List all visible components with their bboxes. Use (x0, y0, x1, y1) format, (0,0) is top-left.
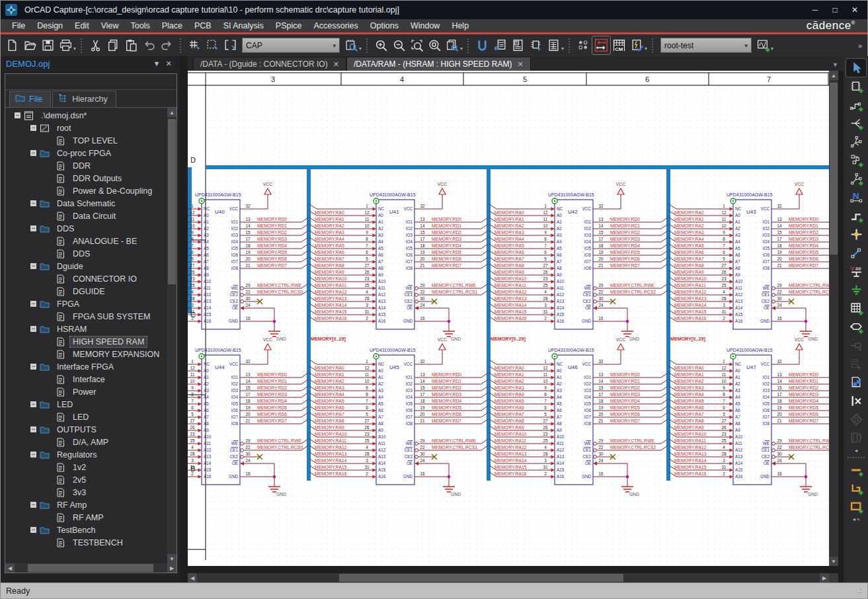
place-net-alias-icon[interactable]: N (846, 188, 866, 206)
collapse-icon[interactable]: − (30, 301, 36, 307)
collapse-icon[interactable]: − (30, 364, 36, 370)
save-document-icon[interactable] (39, 36, 57, 54)
place-part-icon[interactable] (846, 77, 866, 95)
menu-place[interactable]: Place (156, 19, 188, 32)
resize-grip[interactable]: .: (857, 587, 862, 594)
tree-vscroll-thumb[interactable] (168, 119, 176, 284)
collapse-icon[interactable]: − (15, 112, 20, 118)
constraint-manager-icon[interactable]: CM (610, 36, 628, 54)
collapse-icon[interactable]: − (30, 225, 36, 231)
tree-item-dds[interactable]: −DDS (5, 222, 167, 235)
tree-item-dds[interactable]: DDS (5, 247, 167, 260)
maximize-button[interactable]: □ (826, 3, 844, 17)
tree-item-fpga-sub-system[interactable]: FPGA SUB SYSTEM (5, 310, 167, 323)
tree-item-analogue-be[interactable]: ANALOGUE - BE (5, 235, 167, 247)
print-icon[interactable] (57, 36, 75, 54)
fit-view-icon[interactable] (221, 36, 239, 54)
scroll-left-icon[interactable]: ◀ (5, 563, 15, 573)
tree-item-outputs[interactable]: −OUTPUTS (5, 423, 167, 436)
scroll-right-icon[interactable]: ▶ (820, 573, 829, 582)
select-area-icon[interactable] (204, 36, 221, 54)
close-tab-icon[interactable]: ✕ (333, 60, 339, 69)
tree-horizontal-scrollbar[interactable]: ◀ ▶ (5, 563, 177, 573)
minimize-button[interactable]: ─ (807, 3, 824, 17)
design-rules-check-icon[interactable] (574, 36, 592, 54)
tree-item-fpga[interactable]: −FPGA (5, 298, 167, 310)
collapse-icon[interactable]: − (30, 452, 36, 458)
part-combo[interactable]: CAP▾ (242, 38, 340, 53)
canvas-horizontal-scrollbar[interactable]: ◀ ▶ (188, 573, 829, 582)
tree-item-testbench[interactable]: −TestBench (5, 524, 167, 536)
collapse-icon[interactable]: − (30, 502, 36, 508)
tree-item-3v3[interactable]: 3v3 (5, 486, 167, 499)
collapse-icon[interactable]: − (30, 263, 36, 269)
signal-integrity-icon[interactable] (592, 36, 610, 54)
place-power-icon[interactable]: V## (846, 262, 866, 280)
tree-item-hsram[interactable]: −HSRAM (5, 323, 167, 335)
collapse-icon[interactable]: − (30, 326, 36, 332)
toolbar-overflow-button[interactable]: » (855, 42, 865, 50)
tree-item-dguide[interactable]: DGUIDE (5, 285, 167, 298)
collapse-icon[interactable]: − (30, 150, 36, 156)
tree-item-memory-expansion[interactable]: MEMORY EXPANSION (5, 348, 167, 360)
menu-help[interactable]: Help (446, 19, 475, 32)
place-hierarchical-block-icon[interactable] (846, 300, 866, 317)
place-auto-wire-multi-icon[interactable] (846, 170, 866, 188)
panel-close-icon[interactable]: ✕ (163, 60, 175, 68)
scroll-left-icon[interactable]: ◀ (188, 573, 197, 582)
place-bus-group-icon[interactable] (846, 429, 866, 447)
menu-design[interactable]: Design (31, 19, 69, 32)
tab-hierarchy[interactable]: Hierarchy (52, 91, 116, 107)
menu-edit[interactable]: Edit (69, 19, 95, 32)
place-polyline-icon[interactable] (846, 479, 866, 497)
collapse-icon[interactable]: − (30, 527, 36, 533)
canvas-vertical-scrollbar[interactable]: ▲ ▼ (829, 71, 838, 566)
tree-item-interface[interactable]: Interface (5, 373, 167, 385)
cut-icon[interactable] (87, 36, 104, 54)
scroll-more-mini-icon[interactable]: ◂ » (853, 516, 860, 523)
design-sync-icon[interactable] (628, 36, 646, 54)
undo-icon[interactable] (140, 36, 158, 54)
schematic-canvas[interactable]: 34567DCBMEMORY[0..29]MEMORY[0..29]MEMORY… (188, 71, 829, 566)
ascend-hierarchy-icon[interactable] (473, 36, 491, 54)
collapse-icon[interactable]: − (30, 401, 36, 407)
panel-menu-icon[interactable]: ▼ (151, 60, 163, 67)
zoom-area-icon[interactable] (408, 36, 426, 54)
place-pin-array-icon[interactable] (846, 355, 866, 373)
place-line-icon[interactable] (846, 461, 866, 479)
tree-item-regulators[interactable]: −Regulators (5, 448, 167, 461)
tree-item-testbench[interactable]: TESTBENCH (5, 536, 167, 549)
zoom-out-icon[interactable] (390, 36, 408, 54)
tab-list-icon[interactable]: ▼ (832, 61, 844, 71)
scroll-up-icon[interactable]: ▲ (829, 71, 838, 80)
open-document-icon[interactable] (21, 36, 39, 54)
place-ground-icon[interactable] (846, 281, 866, 299)
place-bus-entry-icon[interactable] (846, 244, 866, 262)
scroll-up-mini-icon[interactable]: ◂ (855, 448, 857, 454)
tree-item-data-circuit[interactable]: Data Circuit (5, 210, 167, 222)
canvas-vscroll-thumb[interactable] (830, 83, 838, 255)
scroll-up-icon[interactable]: ▲ (167, 108, 177, 117)
place-auto-wire-icon[interactable] (846, 133, 866, 151)
netlist-icon[interactable]: N (509, 36, 527, 54)
paste-icon[interactable] (122, 36, 140, 54)
tree-item-rf-amp[interactable]: −RF Amp (5, 499, 167, 511)
tree-item-high-speed-ram[interactable]: HIGH SPEED RAM (5, 335, 167, 348)
tab-file[interactable]: File (9, 91, 51, 107)
tree-item-ddr[interactable]: DDR (5, 159, 167, 172)
new-waveform-icon[interactable] (754, 36, 772, 54)
menu-pspice[interactable]: PSpice (270, 19, 308, 32)
tree-item-2v5[interactable]: 2v5 (5, 473, 167, 486)
zoom-in-icon[interactable] (372, 36, 390, 54)
place-no-connect-icon[interactable] (846, 392, 866, 410)
tree-item-top-level[interactable]: TOP LEVEL (5, 134, 167, 147)
place-auto-bus-icon[interactable] (846, 151, 866, 169)
cross-reference-icon[interactable] (527, 36, 545, 54)
tree-vertical-scrollbar[interactable]: ▲ ▼ (167, 108, 177, 563)
tree-item-power[interactable]: Power (5, 385, 167, 398)
tree-item-1v2[interactable]: 1v2 (5, 461, 167, 473)
tree-item-led[interactable]: LED (5, 411, 167, 423)
place-port-icon[interactable] (846, 318, 866, 336)
editor-tab-1[interactable]: /DATA/RAM - (HSRAM : HIGH SPEED RAM)✕ (346, 57, 531, 71)
menu-si-analysis[interactable]: SI Analysis (217, 19, 270, 32)
